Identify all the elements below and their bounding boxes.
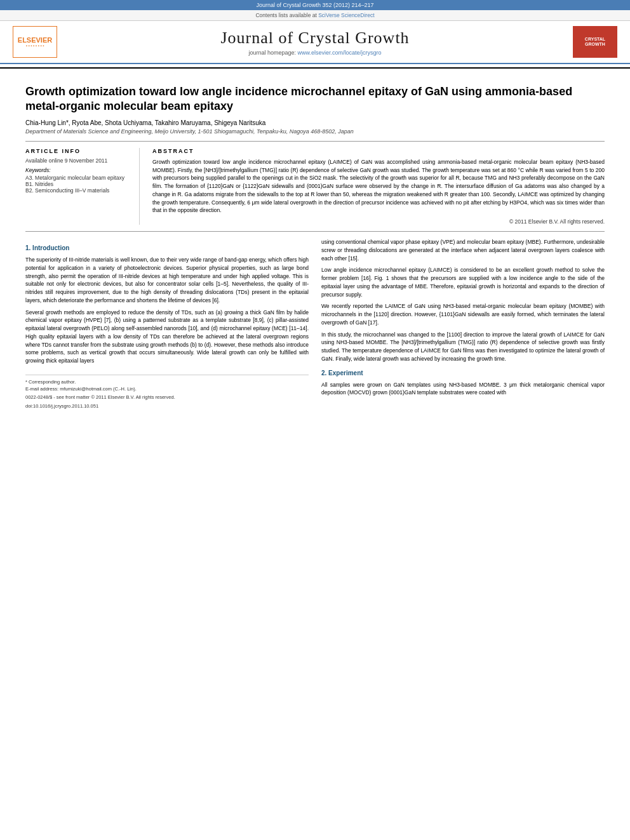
header-area: ELSEVIER ▪ ▪ ▪ ▪ ▪ ▪ ▪ ▪ Journal of Crys… — [0, 21, 630, 64]
crystal-text: CRYSTALGROWTH — [585, 37, 605, 48]
info-abstract-row: ARTICLE INFO Available online 9 November… — [25, 141, 605, 232]
journal-homepage: journal homepage: www.elsevier.com/locat… — [57, 50, 573, 56]
homepage-link[interactable]: www.elsevier.com/locate/jcrysgro — [298, 50, 382, 56]
intro-para-6: In this study, the microchannel was chan… — [321, 331, 605, 363]
footer-license: 0022-0248/$ - see front matter © 2011 El… — [25, 394, 309, 401]
copyright-line: © 2011 Elsevier B.V. All rights reserved… — [152, 218, 605, 225]
email-label: E-mail address: — [25, 386, 58, 392]
footer-doi: doi:10.1016/j.jcrysgro.2011.10.051 — [25, 403, 309, 410]
header-divider — [0, 67, 630, 69]
journal-bar: Journal of Crystal Growth 352 (2012) 214… — [0, 0, 630, 10]
homepage-label: journal homepage: — [248, 50, 296, 56]
intro-para-3: using conventional chemical vapor phase … — [321, 238, 605, 262]
sciverse-prefix: Contents lists available at — [255, 12, 318, 18]
experiment-heading: 2. Experiment — [321, 368, 605, 378]
email-address: mfumizuki@hotmail.com (C.-H. Lin). — [60, 386, 137, 392]
main-content: Growth optimization toward low angle inc… — [0, 72, 630, 419]
abstract-text: Growth optimization toward low angle inc… — [152, 158, 605, 215]
abstract-section: ABSTRACT Growth optimization toward low … — [152, 148, 605, 225]
sciverse-link[interactable]: SciVerse ScienceDirect — [318, 12, 374, 18]
elsevier-logo: ELSEVIER ▪ ▪ ▪ ▪ ▪ ▪ ▪ ▪ — [13, 26, 57, 58]
abstract-heading: ABSTRACT — [152, 148, 605, 154]
header-center: Journal of Crystal Growth journal homepa… — [57, 29, 573, 56]
journal-title: Journal of Crystal Growth — [57, 29, 573, 48]
keywords-label: Keywords: — [25, 167, 131, 173]
article-title: Growth optimization toward low angle inc… — [25, 84, 605, 114]
sciverse-bar: Contents lists available at SciVerse Sci… — [0, 10, 630, 21]
corresponding-label: * Corresponding author. — [25, 378, 309, 385]
keyword-1: A3. Metalorganic molecular beam epitaxy — [25, 175, 131, 181]
footer-note: * Corresponding author. E-mail address: … — [25, 375, 309, 393]
intro-para-2: Several growth methods are employed to r… — [25, 309, 309, 365]
article-info-heading: ARTICLE INFO — [25, 148, 131, 154]
keyword-3: B2. Semiconducting III–V materials — [25, 187, 131, 194]
intro-para-4: Low angle incidence microchannel epitaxy… — [321, 266, 605, 298]
intro-para-1: The superiority of III-nitride materials… — [25, 256, 309, 305]
authors: Chia-Hung Lin*, Ryota Abe, Shota Uchiyam… — [25, 119, 605, 126]
col-left: 1. Introduction The superiority of III-n… — [25, 238, 309, 410]
experiment-para-1: All samples were grown on GaN templates … — [321, 381, 605, 397]
article-info: ARTICLE INFO Available online 9 November… — [25, 148, 140, 225]
crystal-growth-logo: CRYSTALGROWTH — [573, 26, 617, 58]
intro-heading: 1. Introduction — [25, 243, 309, 253]
affiliation: Department of Materials Science and Engi… — [25, 128, 605, 135]
journal-citation: Journal of Crystal Growth 352 (2012) 214… — [256, 2, 373, 8]
col-right: using conventional chemical vapor phase … — [321, 238, 605, 410]
keyword-2: B1. Nitrides — [25, 181, 131, 187]
body-columns: 1. Introduction The superiority of III-n… — [25, 238, 605, 410]
elsevier-sub: ▪ ▪ ▪ ▪ ▪ ▪ ▪ ▪ — [26, 44, 44, 48]
elsevier-text: ELSEVIER — [18, 36, 52, 44]
intro-para-5: We recently reported the LAIMCE of GaN u… — [321, 302, 605, 326]
available-online: Available online 9 November 2011 — [25, 157, 131, 164]
email-line: E-mail address: mfumizuki@hotmail.com (C… — [25, 385, 309, 392]
